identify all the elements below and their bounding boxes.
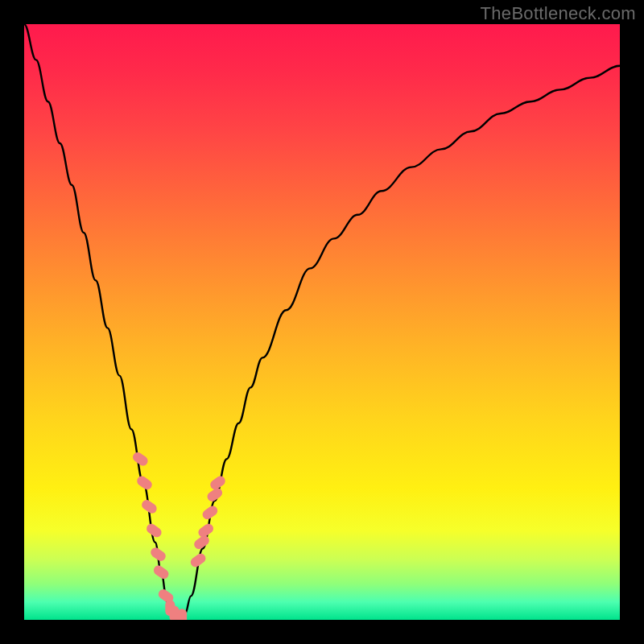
watermark-text: TheBottleneck.com bbox=[481, 3, 636, 24]
curve-marker bbox=[135, 474, 154, 491]
curve-marker bbox=[177, 609, 187, 620]
curve-markers bbox=[131, 451, 227, 620]
chart-stage: TheBottleneck.com bbox=[0, 0, 644, 644]
curve-marker bbox=[145, 522, 163, 539]
chart-svg bbox=[24, 24, 620, 620]
plot-area bbox=[24, 24, 620, 620]
bottleneck-curve bbox=[24, 24, 620, 620]
curve-marker bbox=[131, 451, 150, 468]
curve-marker bbox=[152, 564, 171, 580]
